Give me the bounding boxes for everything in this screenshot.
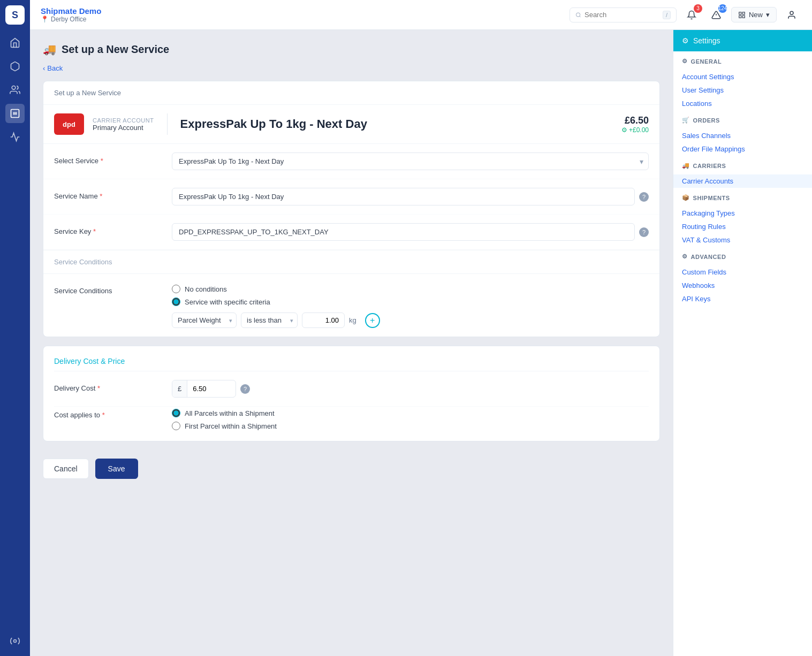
search-input[interactable]	[585, 11, 659, 19]
delivery-section-title: Delivery Cost & Price	[54, 357, 649, 371]
advanced-icon: ⚙	[682, 253, 688, 260]
service-name-label: Service Name *	[54, 188, 161, 200]
user-avatar-button[interactable]	[782, 5, 801, 25]
carrier-price: £6.50 ⚙ +£0.00	[621, 115, 649, 134]
vat-customs-link[interactable]: VAT & Customs	[673, 233, 812, 247]
service-name-help-icon[interactable]: ?	[639, 192, 649, 202]
sidebar-settings-icon[interactable]	[5, 631, 25, 651]
radio-specific-criteria[interactable]: Service with specific criteria	[172, 298, 649, 306]
carrier-account-name: Primary Account	[93, 124, 154, 132]
custom-fields-link[interactable]: Custom Fields	[673, 265, 812, 279]
main-form-card: Set up a New Service dpd CARRIER ACCOUNT…	[43, 81, 660, 337]
packaging-types-link[interactable]: Packaging Types	[673, 207, 812, 220]
api-keys-link[interactable]: API Keys	[673, 292, 812, 306]
cost-applies-row: Cost applies to * All Parcels within a S…	[54, 407, 649, 430]
carrier-accounts-link[interactable]: Carrier Accounts	[673, 174, 812, 188]
carrier-account-info: CARRIER ACCOUNT Primary Account	[93, 117, 154, 132]
shipments-icon: 📦	[682, 194, 690, 201]
carriers-section: 🚚 CARRIERS	[673, 156, 812, 174]
required-marker: *	[101, 157, 103, 165]
radio-all-parcels-input[interactable]	[172, 409, 180, 417]
general-section-title: ⚙ GENERAL	[682, 58, 803, 65]
account-settings-link[interactable]: Account Settings	[673, 70, 812, 83]
save-button[interactable]: Save	[95, 459, 138, 479]
delivery-section: Delivery Cost & Price Delivery Cost * £ …	[43, 346, 660, 441]
button-row: Cancel Save	[43, 450, 660, 487]
routing-rules-link[interactable]: Routing Rules	[673, 220, 812, 233]
search-box[interactable]: /	[570, 7, 677, 22]
select-service-row: Select Service * ExpressPak Up To 1kg - …	[43, 144, 659, 179]
alerts-button[interactable]: 124	[707, 5, 726, 25]
radio-no-conditions[interactable]: No conditions	[172, 285, 649, 293]
notifications-button[interactable]: 3	[682, 5, 701, 25]
carrier-price-main: £6.50	[621, 115, 649, 126]
advanced-section: ⚙ ADVANCED	[673, 247, 812, 265]
back-chevron-icon: ‹	[43, 64, 45, 72]
service-key-help-icon[interactable]: ?	[639, 227, 649, 237]
delivery-cost-control: £ ?	[172, 380, 649, 398]
sidebar-chart-icon[interactable]	[5, 127, 25, 147]
service-conditions-label: Service Conditions	[54, 283, 161, 295]
service-conditions-row: Service Conditions No conditions Service…	[43, 274, 659, 337]
add-condition-button[interactable]: +	[365, 313, 380, 328]
service-name-input[interactable]	[172, 188, 635, 205]
sales-channels-link[interactable]: Sales Channels	[673, 129, 812, 142]
delivery-cost-label: Delivery Cost *	[54, 380, 161, 392]
select-service-label: Select Service *	[54, 152, 161, 165]
service-key-row: Service Key * ?	[43, 215, 659, 250]
user-settings-link[interactable]: User Settings	[673, 83, 812, 97]
left-sidebar: S	[0, 0, 30, 656]
price-value-input[interactable]	[187, 380, 225, 397]
shipments-section-title: 📦 SHIPMENTS	[682, 194, 803, 201]
brand-location: 📍 Derby Office	[41, 16, 563, 23]
select-service-input[interactable]: ExpressPak Up To 1kg - Next Day	[172, 152, 649, 170]
condition-value-input[interactable]	[302, 312, 345, 328]
orders-section-title: 🛒 ORDERS	[682, 117, 803, 124]
delivery-cost-help-icon[interactable]: ?	[240, 384, 250, 394]
app-logo[interactable]: S	[5, 5, 25, 25]
carrier-service-name: ExpressPak Up To 1kg - Next Day	[180, 117, 613, 131]
page-title: Set up a New Service	[62, 43, 169, 56]
sidebar-barcode-icon[interactable]	[5, 104, 25, 123]
webhooks-link[interactable]: Webhooks	[673, 279, 812, 292]
condition-operator-wrapper: is less than	[241, 312, 298, 328]
notifications-badge: 3	[694, 4, 702, 13]
select-service-control: ExpressPak Up To 1kg - Next Day	[172, 152, 649, 170]
new-button[interactable]: New ▾	[731, 7, 777, 22]
form-card-title: Set up a New Service	[43, 81, 659, 105]
carrier-header: dpd CARRIER ACCOUNT Primary Account Expr…	[43, 105, 659, 144]
brand: Shipmate Demo 📍 Derby Office	[41, 6, 563, 23]
back-link[interactable]: ‹ Back	[43, 64, 660, 72]
carriers-section-title: 🚚 CARRIERS	[682, 162, 803, 169]
sidebar-box-icon[interactable]	[5, 57, 25, 76]
condition-field-select[interactable]: Parcel Weight	[172, 312, 237, 328]
sidebar-home-icon[interactable]	[5, 33, 25, 52]
service-name-row: Service Name * ?	[43, 179, 659, 215]
svg-rect-10	[739, 12, 741, 14]
cost-applies-label: Cost applies to *	[54, 407, 161, 419]
condition-operator-select[interactable]: is less than	[241, 312, 298, 328]
service-name-with-help: ?	[172, 188, 649, 205]
svg-point-5	[14, 640, 17, 643]
general-icon: ⚙	[682, 58, 688, 65]
radio-first-parcel[interactable]: First Parcel within a Shipment	[172, 422, 649, 430]
order-file-mappings-link[interactable]: Order File Mappings	[673, 142, 812, 156]
svg-rect-12	[739, 16, 741, 18]
select-service-wrapper: ExpressPak Up To 1kg - Next Day	[172, 152, 649, 170]
price-input-wrapper: £	[172, 380, 236, 398]
service-key-input[interactable]	[172, 223, 635, 241]
sidebar-users-icon[interactable]	[5, 80, 25, 100]
service-key-control: ?	[172, 223, 649, 241]
cancel-button[interactable]: Cancel	[43, 459, 89, 479]
radio-specific-criteria-input[interactable]	[172, 298, 180, 306]
radio-no-conditions-input[interactable]	[172, 285, 180, 293]
svg-line-7	[580, 16, 581, 17]
general-section: ⚙ GENERAL	[673, 51, 812, 70]
locations-link[interactable]: Locations	[673, 97, 812, 110]
svg-point-0	[12, 86, 16, 90]
brand-name: Shipmate Demo	[41, 6, 563, 16]
shipments-section: 📦 SHIPMENTS	[673, 188, 812, 207]
carrier-price-sub: ⚙ +£0.00	[621, 126, 649, 134]
radio-first-parcel-input[interactable]	[172, 422, 180, 430]
radio-all-parcels[interactable]: All Parcels within a Shipment	[172, 409, 649, 417]
